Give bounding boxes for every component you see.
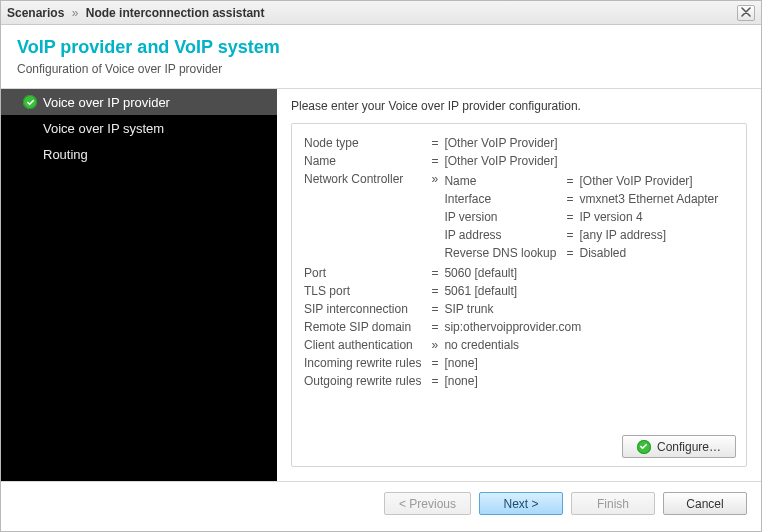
key: SIP interconnection bbox=[304, 300, 427, 318]
expand-icon: » bbox=[427, 170, 444, 264]
key: Reverse DNS lookup bbox=[444, 244, 562, 262]
eq: = bbox=[427, 282, 444, 300]
val: 5060 [default] bbox=[444, 264, 730, 282]
key: Name bbox=[444, 172, 562, 190]
eq: = bbox=[562, 226, 579, 244]
row-remote-sip-domain: Remote SIP domain=sip:othervoipprovider.… bbox=[304, 318, 730, 336]
key: Port bbox=[304, 264, 427, 282]
key: IP version bbox=[444, 208, 562, 226]
eq: = bbox=[562, 190, 579, 208]
row-nc-ipaddress: IP address=[any IP address] bbox=[444, 226, 724, 244]
eq: = bbox=[427, 354, 444, 372]
close-button[interactable] bbox=[737, 5, 755, 21]
key: Outgoing rewrite rules bbox=[304, 372, 427, 390]
eq: = bbox=[562, 172, 579, 190]
val: no credentials bbox=[444, 336, 730, 354]
val: [Other VoIP Provider] bbox=[444, 152, 730, 170]
sidebar-item-routing[interactable]: Routing bbox=[1, 141, 277, 167]
page-title: VoIP provider and VoIP system bbox=[17, 37, 745, 58]
row-nc-interface: Interface=vmxnet3 Ethernet Adapter bbox=[444, 190, 724, 208]
row-client-auth: Client authentication»no credentials bbox=[304, 336, 730, 354]
val: IP version 4 bbox=[579, 208, 724, 226]
val: sip:othervoipprovider.com bbox=[444, 318, 730, 336]
row-nc-name: Name=[Other VoIP Provider] bbox=[444, 172, 724, 190]
eq: = bbox=[427, 300, 444, 318]
wizard-header: VoIP provider and VoIP system Configurat… bbox=[1, 25, 761, 84]
titlebar: Scenarios » Node interconnection assista… bbox=[1, 1, 761, 25]
finish-button: Finish bbox=[571, 492, 655, 515]
cancel-button[interactable]: Cancel bbox=[663, 492, 747, 515]
key: IP address bbox=[444, 226, 562, 244]
val: [Other VoIP Provider] bbox=[579, 172, 724, 190]
sidebar-item-voip-system[interactable]: Voice over IP system bbox=[1, 115, 277, 141]
network-controller-table: Name=[Other VoIP Provider] Interface=vmx… bbox=[444, 172, 724, 262]
steps-sidebar: Voice over IP provider Voice over IP sys… bbox=[1, 89, 277, 481]
sidebar-item-label: Voice over IP system bbox=[43, 121, 164, 136]
val: [Other VoIP Provider] bbox=[444, 134, 730, 152]
val: vmxnet3 Ethernet Adapter bbox=[579, 190, 724, 208]
row-network-controller: Network Controller » Name=[Other VoIP Pr… bbox=[304, 170, 730, 264]
previous-button: < Previous bbox=[384, 492, 471, 515]
key: TLS port bbox=[304, 282, 427, 300]
configure-button[interactable]: Configure… bbox=[622, 435, 736, 458]
wizard-window: { "titlebar": { "root": "Scenarios", "se… bbox=[0, 0, 762, 532]
key: Client authentication bbox=[304, 336, 427, 354]
key: Network Controller bbox=[304, 170, 427, 264]
key: Interface bbox=[444, 190, 562, 208]
check-icon bbox=[23, 95, 37, 109]
configure-label: Configure… bbox=[657, 440, 721, 454]
config-summary-panel: Node type = [Other VoIP Provider] Name =… bbox=[291, 123, 747, 467]
val: 5061 [default] bbox=[444, 282, 730, 300]
expand-icon: » bbox=[427, 336, 444, 354]
row-nc-ipversion: IP version=IP version 4 bbox=[444, 208, 724, 226]
val: Disabled bbox=[579, 244, 724, 262]
next-button[interactable]: Next > bbox=[479, 492, 563, 515]
row-incoming-rewrite: Incoming rewrite rules=[none] bbox=[304, 354, 730, 372]
config-table: Node type = [Other VoIP Provider] Name =… bbox=[304, 134, 730, 390]
breadcrumb-sep: » bbox=[68, 6, 83, 20]
breadcrumb-current: Node interconnection assistant bbox=[86, 6, 265, 20]
row-tls-port: TLS port=5061 [default] bbox=[304, 282, 730, 300]
eq: = bbox=[427, 264, 444, 282]
val: SIP trunk bbox=[444, 300, 730, 318]
wizard-body: Voice over IP provider Voice over IP sys… bbox=[1, 89, 761, 481]
row-node-type: Node type = [Other VoIP Provider] bbox=[304, 134, 730, 152]
prompt-text: Please enter your Voice over IP provider… bbox=[291, 99, 747, 113]
eq: = bbox=[562, 208, 579, 226]
eq: = bbox=[427, 372, 444, 390]
eq: = bbox=[562, 244, 579, 262]
key: Node type bbox=[304, 134, 427, 152]
configure-row: Configure… bbox=[622, 435, 736, 458]
row-port: Port=5060 [default] bbox=[304, 264, 730, 282]
main-pane: Please enter your Voice over IP provider… bbox=[277, 89, 761, 481]
row-nc-rdns: Reverse DNS lookup=Disabled bbox=[444, 244, 724, 262]
row-name: Name = [Other VoIP Provider] bbox=[304, 152, 730, 170]
val: [none] bbox=[444, 372, 730, 390]
close-icon bbox=[741, 6, 751, 20]
key: Remote SIP domain bbox=[304, 318, 427, 336]
sidebar-item-label: Routing bbox=[43, 147, 88, 162]
sidebar-item-voip-provider[interactable]: Voice over IP provider bbox=[1, 89, 277, 115]
key: Incoming rewrite rules bbox=[304, 354, 427, 372]
eq: = bbox=[427, 134, 444, 152]
eq: = bbox=[427, 152, 444, 170]
wizard-footer: < Previous Next > Finish Cancel bbox=[1, 481, 761, 525]
breadcrumb-root: Scenarios bbox=[7, 6, 64, 20]
breadcrumb: Scenarios » Node interconnection assista… bbox=[7, 6, 737, 20]
key: Name bbox=[304, 152, 427, 170]
eq: = bbox=[427, 318, 444, 336]
sidebar-item-label: Voice over IP provider bbox=[43, 95, 170, 110]
row-outgoing-rewrite: Outgoing rewrite rules=[none] bbox=[304, 372, 730, 390]
val: [none] bbox=[444, 354, 730, 372]
check-icon bbox=[637, 440, 651, 454]
page-subtitle: Configuration of Voice over IP provider bbox=[17, 62, 745, 76]
val: [any IP address] bbox=[579, 226, 724, 244]
row-sip-interconnection: SIP interconnection=SIP trunk bbox=[304, 300, 730, 318]
